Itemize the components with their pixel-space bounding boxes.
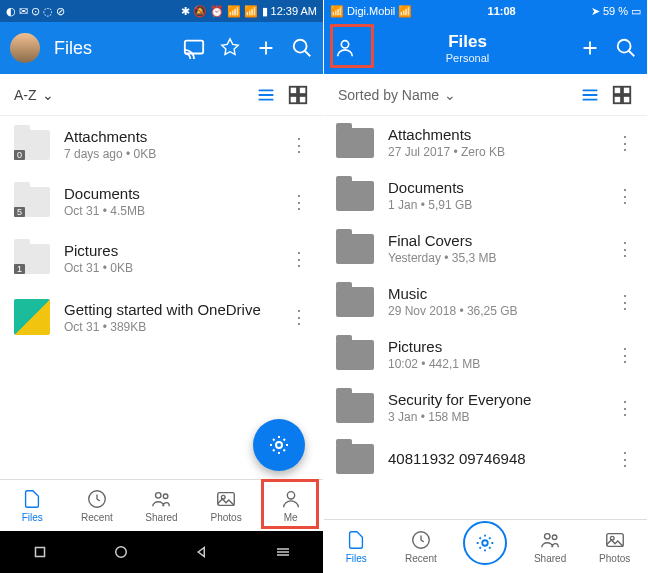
svg-point-1: [294, 40, 307, 53]
tab-photos[interactable]: Photos: [194, 480, 259, 531]
folder-icon: [336, 393, 374, 423]
grid-view-icon[interactable]: [611, 84, 633, 106]
more-icon[interactable]: ⋮: [289, 306, 309, 328]
folder-icon: [336, 128, 374, 158]
search-icon[interactable]: [291, 37, 313, 59]
list-item[interactable]: 1 PicturesOct 31 • 0KB ⋮: [0, 230, 323, 287]
nav-recent[interactable]: [31, 543, 49, 561]
svg-rect-20: [623, 95, 630, 102]
folder-icon: [336, 340, 374, 370]
sort-row: Sorted by Name ⌄: [324, 74, 647, 116]
tab-recent[interactable]: Recent: [389, 520, 454, 573]
more-icon[interactable]: ⋮: [289, 191, 309, 213]
list-item[interactable]: Security for Everyone3 Jan • 158 MB⋮: [324, 381, 647, 434]
more-icon[interactable]: ⋮: [289, 248, 309, 270]
tab-photos[interactable]: Photos: [582, 520, 647, 573]
tab-recent[interactable]: Recent: [65, 480, 130, 531]
file-thumbnail: [14, 299, 50, 335]
add-icon[interactable]: [255, 37, 277, 59]
folder-icon: [336, 287, 374, 317]
tab-bar: Files Recent Shared Photos: [324, 519, 647, 573]
svg-rect-17: [614, 86, 621, 93]
status-icons: ◐ ✉ ⊙ ◌ ⊘: [6, 5, 65, 18]
svg-point-9: [164, 494, 169, 499]
nav-menu[interactable]: [274, 543, 292, 561]
svg-point-6: [276, 442, 282, 448]
more-icon[interactable]: ⋮: [615, 291, 635, 313]
cast-icon[interactable]: [183, 37, 205, 59]
svg-point-15: [341, 41, 348, 48]
list-view-icon[interactable]: [579, 84, 601, 106]
more-icon[interactable]: ⋮: [615, 397, 635, 419]
file-list: Attachments27 Jul 2017 • Zero KB⋮ Docume…: [324, 116, 647, 519]
page-title-stack: Files Personal: [370, 32, 565, 64]
tab-bar: Files Recent Shared Photos Me: [0, 479, 323, 531]
svg-rect-4: [290, 95, 297, 102]
more-icon[interactable]: ⋮: [615, 344, 635, 366]
search-icon[interactable]: [615, 37, 637, 59]
folder-icon: 1: [14, 244, 50, 274]
tab-files[interactable]: Files: [0, 480, 65, 531]
folder-icon: 5: [14, 187, 50, 217]
more-icon[interactable]: ⋮: [289, 134, 309, 156]
premium-icon[interactable]: [219, 37, 241, 59]
svg-rect-19: [614, 95, 621, 102]
list-item[interactable]: Getting started with OneDriveOct 31 • 38…: [0, 287, 323, 347]
list-item[interactable]: Attachments27 Jul 2017 • Zero KB⋮: [324, 116, 647, 169]
battery-text: 59 %: [603, 5, 628, 17]
list-item[interactable]: Music29 Nov 2018 • 36,25 GB⋮: [324, 275, 647, 328]
tab-scan[interactable]: [453, 520, 518, 573]
nav-back[interactable]: [193, 543, 211, 561]
svg-rect-5: [299, 95, 306, 102]
folder-icon: [336, 181, 374, 211]
svg-rect-0: [185, 41, 203, 54]
list-item[interactable]: 0 Attachments7 days ago • 0KB ⋮: [0, 116, 323, 173]
scan-fab[interactable]: [253, 419, 305, 471]
svg-point-8: [156, 493, 162, 499]
profile-icon[interactable]: [334, 37, 356, 59]
list-item[interactable]: 40811932 09746948⋮: [324, 434, 647, 484]
status-bar: 📶 Digi.Mobil 📶 11:08 ➤ 59 % ▭: [324, 0, 647, 22]
android-screen: ◐ ✉ ⊙ ◌ ⊘ ✱ 🔕 ⏰ 📶 📶 ▮ 12:39 AM Files A-Z…: [0, 0, 324, 573]
svg-point-14: [116, 547, 127, 558]
sort-row: A-Z ⌄: [0, 74, 323, 116]
tab-shared[interactable]: Shared: [518, 520, 583, 573]
app-header: Files: [0, 22, 323, 74]
sort-button[interactable]: Sorted by Name ⌄: [338, 87, 456, 103]
tab-files[interactable]: Files: [324, 520, 389, 573]
list-item[interactable]: 5 DocumentsOct 31 • 4.5MB ⋮: [0, 173, 323, 230]
svg-point-12: [287, 492, 294, 499]
location-icon: ➤: [591, 5, 600, 18]
list-item[interactable]: Documents1 Jan • 5,91 GB⋮: [324, 169, 647, 222]
folder-icon: 0: [14, 130, 50, 160]
avatar[interactable]: [10, 33, 40, 63]
svg-rect-2: [290, 86, 297, 93]
sort-button[interactable]: A-Z ⌄: [14, 87, 54, 103]
svg-point-16: [618, 40, 631, 53]
svg-rect-13: [36, 548, 45, 557]
svg-point-24: [552, 535, 557, 540]
more-icon[interactable]: ⋮: [615, 238, 635, 260]
status-time: 11:08: [488, 5, 516, 17]
list-item[interactable]: Pictures10:02 • 442,1 MB⋮: [324, 328, 647, 381]
status-bar: ◐ ✉ ⊙ ◌ ⊘ ✱ 🔕 ⏰ 📶 📶 ▮ 12:39 AM: [0, 0, 323, 22]
list-view-icon[interactable]: [255, 84, 277, 106]
signal-icon: 📶: [330, 5, 344, 18]
add-icon[interactable]: [579, 37, 601, 59]
more-icon[interactable]: ⋮: [615, 448, 635, 470]
more-icon[interactable]: ⋮: [615, 132, 635, 154]
android-navbar: [0, 531, 323, 573]
tab-shared[interactable]: Shared: [129, 480, 194, 531]
app-header: Files Personal: [324, 22, 647, 74]
more-icon[interactable]: ⋮: [615, 185, 635, 207]
tab-me[interactable]: Me: [258, 480, 323, 531]
nav-home[interactable]: [112, 543, 130, 561]
status-time: 12:39 AM: [271, 5, 317, 17]
list-item[interactable]: Final CoversYesterday • 35,3 MB⋮: [324, 222, 647, 275]
carrier: Digi.Mobil: [347, 5, 395, 17]
grid-view-icon[interactable]: [287, 84, 309, 106]
folder-icon: [336, 444, 374, 474]
status-icons: ✱ 🔕 ⏰ 📶 📶 ▮: [181, 5, 267, 18]
battery-icon: ▭: [631, 5, 641, 18]
svg-rect-18: [623, 86, 630, 93]
